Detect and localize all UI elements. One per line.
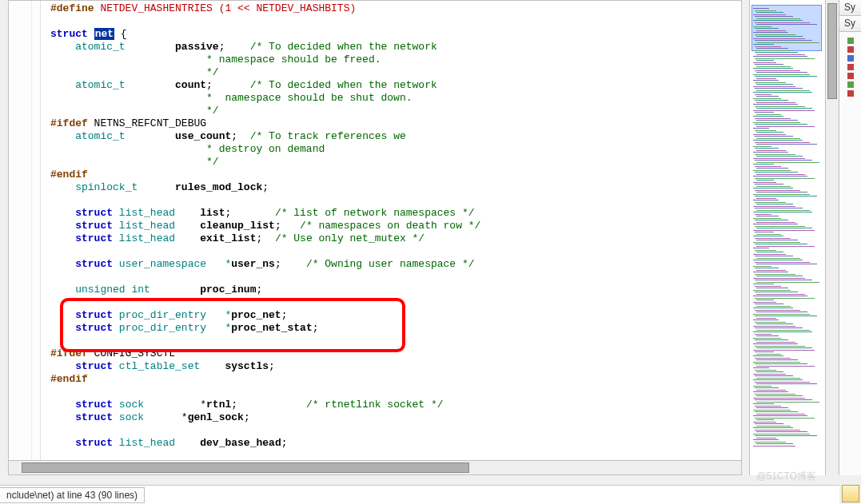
code-line: #endif (50, 169, 741, 181)
code-line: */ (50, 66, 741, 79)
code-line: struct proc_dir_entry *proc_net_stat; (50, 322, 741, 335)
corner-icon[interactable] (842, 485, 859, 502)
panel-tab-2[interactable]: Sy (839, 16, 861, 32)
panel-item-icon (847, 46, 854, 53)
horizontal-scrollbar[interactable] (9, 460, 741, 474)
code-editor[interactable]: #define NETDEV_HASHENTRIES (1 << NETDEV_… (8, 0, 742, 475)
panel-item-icon (847, 64, 854, 70)
highlighted-struct-name: net (94, 28, 114, 40)
code-line: struct list_head dev_base_head; (50, 437, 741, 450)
panel-item-icon (847, 73, 854, 79)
code-line: */ (50, 156, 741, 169)
code-line: atomic_t count; /* To decided when the n… (50, 79, 741, 92)
code-line: unsigned int proc_inum; (50, 284, 741, 296)
status-location: nclude\net) at line 43 (90 lines) (0, 487, 145, 503)
code-line: atomic_t use_count; /* To track referenc… (50, 130, 741, 143)
code-line: struct user_namespace *user_ns; /* Ownin… (50, 258, 741, 271)
code-line: * namespace should be shut down. (50, 92, 741, 105)
code-line: struct sock *genl_sock; (50, 411, 741, 424)
code-line: atomic_t passive; /* To decided when the… (50, 41, 741, 54)
panel-item-icon (847, 90, 854, 97)
code-line: spinlock_t rules_mod_lock; (50, 181, 741, 194)
panel-body (839, 32, 861, 97)
code-content[interactable]: #define NETDEV_HASHENTRIES (1 << NETDEV_… (42, 1, 741, 474)
code-line: struct list_head exit_list; /* Use only … (50, 232, 741, 245)
code-line: * namespace should be freed. (50, 54, 741, 66)
panel-item-icon (847, 55, 854, 62)
code-line: struct sock *rtnl; /* rtnetlink socket *… (50, 399, 741, 411)
code-line: #endif (50, 373, 741, 386)
code-line: #ifdef CONFIG_SYSCTL (50, 347, 741, 360)
symbols-panel: Sy Sy (839, 0, 861, 475)
panel-item-icon (847, 81, 854, 88)
status-bar: nclude\net) at line 43 (90 lines) (0, 485, 839, 504)
code-line: struct net { (50, 28, 741, 41)
vertical-scrollbar[interactable] (825, 0, 839, 475)
code-line: struct proc_dir_entry *proc_net; (50, 309, 741, 322)
code-gutter[interactable] (9, 1, 41, 474)
code-line: struct list_head cleanup_list; /* namesp… (50, 220, 741, 232)
panel-tab-1[interactable]: Sy (839, 0, 861, 16)
code-line: */ (50, 105, 741, 117)
code-line: struct list_head list; /* list of networ… (50, 207, 741, 220)
code-line: #ifdef NETNS_REFCNT_DEBUG (50, 117, 741, 130)
code-line: #define NETDEV_HASHENTRIES (1 << NETDEV_… (50, 2, 741, 15)
panel-item-icon (847, 38, 854, 44)
horizontal-scrollbar-thumb[interactable] (22, 462, 469, 473)
code-line: * destroy on demand (50, 143, 741, 156)
code-line: struct ctl_table_set sysctls; (50, 360, 741, 373)
code-minimap[interactable] (749, 0, 826, 475)
vertical-scrollbar-thumb[interactable] (827, 3, 837, 99)
